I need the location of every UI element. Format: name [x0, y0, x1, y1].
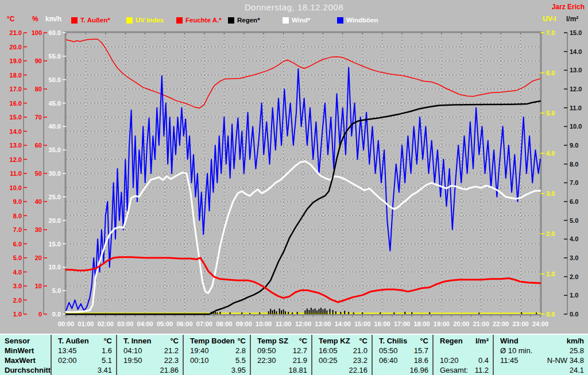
- axis-tick-label: 50.0: [49, 76, 61, 83]
- table-row: 19:5022.3: [117, 355, 183, 365]
- axis-tick-label: 15.0: [570, 29, 582, 36]
- x-tick-label: 14:00: [335, 320, 351, 327]
- cell-right: 0.4: [478, 355, 493, 365]
- cell-left: 05:50: [373, 346, 398, 355]
- table-row: 3.41: [52, 365, 116, 375]
- table-row: 09:5012.7: [251, 346, 311, 355]
- cell-left: [494, 365, 500, 375]
- table-column-wind: Windkm/hØ 10 min.25.811:45N-NW 34.824.1: [493, 335, 588, 375]
- table-column-temp-kz: Temp KZ°C16:0521.000:2523.222.16: [311, 335, 372, 375]
- cell-left: Temp Boden: [184, 336, 235, 346]
- table-row: Temp KZ°C: [312, 336, 372, 346]
- axis-tick-label: 60: [35, 142, 42, 149]
- axis-tick-label: 6.0: [546, 69, 555, 76]
- axis-tick-label: 8.0: [13, 212, 22, 219]
- axis-tick-label: 20: [35, 254, 42, 261]
- grid-lines: [66, 33, 540, 314]
- axis-uvi: 0.01.02.03.04.05.06.07.0: [540, 29, 555, 318]
- table-row: 10:200.4: [434, 355, 493, 365]
- cell-right: 23.2: [353, 355, 372, 365]
- x-tick-label: 09:00: [236, 320, 252, 327]
- sensor-stats-table: SensorMinWertMaxWertDurchschnittT. Außen…: [0, 334, 588, 375]
- table-column-temp-sz: Temp SZ°C09:5012.722:3021.918.81: [250, 335, 311, 375]
- cell-right: 24.1: [570, 365, 588, 375]
- axis-tick-label: 11.0: [10, 170, 22, 177]
- axis-tick-label: 60.0: [49, 29, 61, 36]
- cell-right: °C: [359, 336, 372, 346]
- axis-tick-label: 2.0: [546, 230, 555, 237]
- cell-right: 18.6: [414, 355, 432, 365]
- table-row: Temp SZ°C: [251, 336, 311, 346]
- cell-right: 2.8: [235, 346, 250, 355]
- x-tick-label: 12:00: [295, 320, 311, 327]
- cell-right: 3.41: [98, 365, 116, 375]
- axis-tick-label: 12.0: [10, 156, 22, 163]
- table-row: Gesamt:11.2: [434, 365, 493, 375]
- axis-tick-label: 13.0: [10, 142, 22, 149]
- table-row: Regenl/m²: [434, 336, 493, 346]
- table-row: 16:0521.0: [312, 346, 372, 355]
- table-row: 06:4018.6: [373, 355, 432, 365]
- table-row: 24.1: [494, 365, 588, 375]
- table-row: 16.96: [373, 365, 432, 375]
- cell-left: 06:40: [373, 355, 398, 365]
- x-tick-label: 21:00: [473, 320, 489, 327]
- x-tick-label: 17:00: [394, 320, 410, 327]
- table-row: [434, 346, 493, 355]
- axis-tick-label: 0.0: [52, 311, 61, 318]
- axis-tick-label: 19.0: [10, 57, 22, 64]
- axis-tick-label: 10.0: [570, 123, 582, 130]
- axis-tick-label: 40.0: [49, 123, 61, 130]
- x-tick-label: 05:00: [157, 320, 173, 327]
- cell-right: 1.6: [102, 346, 116, 355]
- cell-left: 04:10: [117, 346, 142, 355]
- axis-tick-label: 0: [38, 311, 42, 318]
- cell-right: l/m²: [475, 336, 493, 346]
- table-row: 19:402.8: [184, 346, 250, 355]
- table-row: Windkm/h: [494, 336, 588, 346]
- axis-tick-label: 1.0: [570, 292, 578, 299]
- axis-tick-label: 14.0: [10, 128, 22, 135]
- table-row: 00:105.5: [184, 355, 250, 365]
- cell-left: [373, 365, 379, 375]
- x-tick-label: 23:00: [513, 320, 529, 327]
- axis-tick-label: 20.0: [10, 44, 22, 51]
- cell-left: [52, 365, 58, 375]
- cell-right: °C: [103, 336, 116, 346]
- x-tick-label: 02:00: [98, 320, 114, 327]
- table-row: Temp Boden°C: [184, 336, 250, 346]
- table-row: 00:2523.2: [312, 355, 372, 365]
- x-tick-label: 16:00: [374, 320, 390, 327]
- axis-tick-label: 90: [35, 57, 42, 64]
- cell-right: 21.2: [164, 346, 183, 355]
- cell-left: 16:05: [312, 346, 338, 355]
- axis-tick-label: 9.0: [13, 198, 22, 205]
- axis-tick-label: 70: [35, 114, 42, 121]
- axis-tick-label: 16.0: [10, 100, 22, 107]
- table-row-labels-column: SensorMinWertMaxWertDurchschnitt: [0, 335, 51, 375]
- axis-tick-label: 4.0: [546, 150, 555, 157]
- axis-tick-label: 4.0: [570, 235, 578, 242]
- cell-right: 21.0: [353, 346, 372, 355]
- x-tick-label: 15:00: [354, 320, 370, 327]
- cell-right: °C: [420, 336, 432, 346]
- x-tick-label: 10:00: [256, 320, 272, 327]
- row-label-text: MaxWert: [0, 355, 36, 365]
- cell-right: 5.5: [235, 355, 250, 365]
- axis-tick-label: 5.0: [52, 287, 61, 294]
- x-axis-labels: 00:0001:0002:0003:0004:0005:0006:0007:00…: [58, 320, 548, 327]
- cell-right: 12.7: [293, 346, 311, 355]
- axis-tick-label: 1.0: [546, 270, 555, 277]
- axis-tick-label: 15.0: [10, 114, 22, 121]
- row-label-text: Sensor: [0, 336, 30, 346]
- cell-left: T. Außen: [52, 336, 89, 346]
- cell-right: 5.1: [102, 355, 116, 365]
- table-row: 11:45N-NW 34.8: [494, 355, 588, 365]
- axis-tick-label: 25.0: [49, 194, 61, 200]
- table-row: T. Innen°C: [117, 336, 183, 346]
- cell-right: 22.3: [164, 355, 183, 365]
- cell-right: [489, 346, 493, 355]
- row-label-text: MinWert: [0, 346, 34, 355]
- table-row: 02:005.1: [52, 355, 116, 365]
- axis-tick-label: 10.0: [10, 184, 22, 191]
